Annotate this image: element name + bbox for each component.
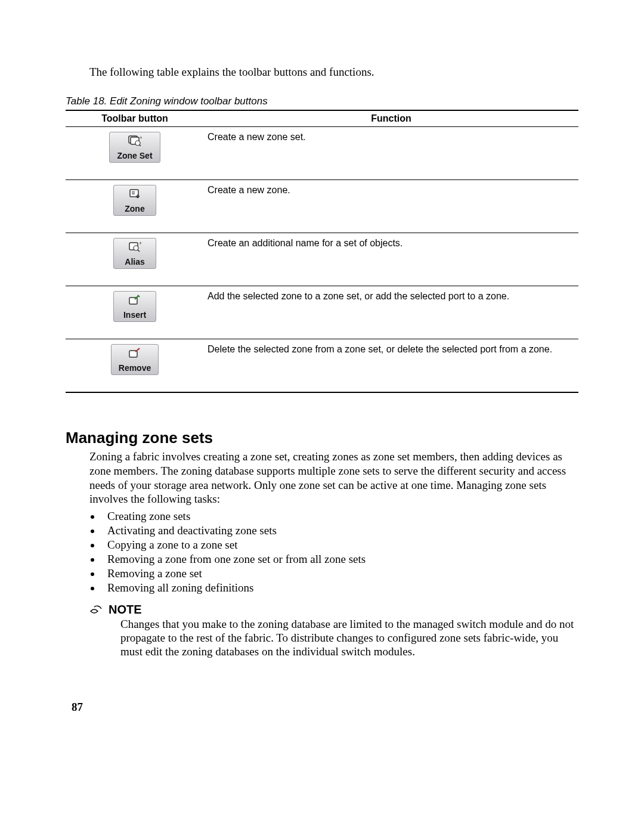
alias-icon: + xyxy=(121,241,148,255)
zoneset-button-label: Zone Set xyxy=(117,151,152,160)
table-row: + Alias Create an additional name for a … xyxy=(66,233,578,286)
list-item: Copying a zone to a zone set xyxy=(101,538,578,552)
alias-toolbar-button: + Alias xyxy=(113,238,156,269)
table-row: Insert Add the selected zone to a zone s… xyxy=(66,286,578,339)
table-header-function: Function xyxy=(204,110,578,127)
zone-toolbar-button: Zone xyxy=(113,185,156,216)
svg-text:+: + xyxy=(139,241,142,246)
zone-button-label: Zone xyxy=(125,204,144,213)
section-body: Zoning a fabric involves creating a zone… xyxy=(89,450,578,506)
list-item: Removing a zone set xyxy=(101,567,578,580)
page-number: 87 xyxy=(72,701,83,714)
remove-function: Delete the selected zone from a zone set… xyxy=(204,339,578,393)
table-caption: Table 18. Edit Zoning window toolbar but… xyxy=(66,95,578,107)
remove-toolbar-button: Remove xyxy=(111,344,159,375)
zoneset-function: Create a new zone set. xyxy=(204,127,578,180)
section-heading: Managing zone sets xyxy=(66,429,578,447)
alias-function: Create an additional name for a set of o… xyxy=(204,233,578,286)
svg-point-9 xyxy=(134,246,138,250)
insert-function: Add the selected zone to a zone set, or … xyxy=(204,286,578,339)
remove-icon xyxy=(119,347,151,361)
table-row: Remove Delete the selected zone from a z… xyxy=(66,339,578,393)
toolbar-buttons-table: Toolbar button Function + xyxy=(66,110,578,393)
insert-toolbar-button: Insert xyxy=(113,291,156,322)
list-item: Activating and deactivating zone sets xyxy=(101,524,578,537)
svg-line-10 xyxy=(138,250,140,252)
svg-rect-5 xyxy=(130,190,138,197)
alias-button-label: Alias xyxy=(125,257,144,267)
list-item: Removing all zoning definitions xyxy=(101,581,578,594)
zone-function: Create a new zone. xyxy=(204,180,578,233)
intro-text: The following table explains the toolbar… xyxy=(89,66,578,79)
zone-icon xyxy=(121,188,148,202)
note-icon xyxy=(89,605,103,617)
list-item: Removing a zone from one zone set or fro… xyxy=(101,553,578,566)
table-header-toolbar-button: Toolbar button xyxy=(66,110,204,127)
svg-text:+: + xyxy=(140,135,142,141)
list-item: Creating zone sets xyxy=(101,510,578,523)
table-row: Zone Create a new zone. xyxy=(66,180,578,233)
remove-button-label: Remove xyxy=(119,363,151,373)
zoneset-icon: + xyxy=(117,135,152,149)
svg-line-3 xyxy=(140,145,141,147)
insert-button-label: Insert xyxy=(123,310,146,320)
zoneset-toolbar-button: + Zone Set xyxy=(109,132,160,163)
tasks-list: Creating zone sets Activating and deacti… xyxy=(101,510,578,594)
note-label: NOTE xyxy=(109,603,142,617)
table-row: + Zone Set Create a new zone set. xyxy=(66,127,578,180)
note-body: Changes that you make to the zoning data… xyxy=(120,617,578,659)
insert-icon xyxy=(121,294,148,308)
